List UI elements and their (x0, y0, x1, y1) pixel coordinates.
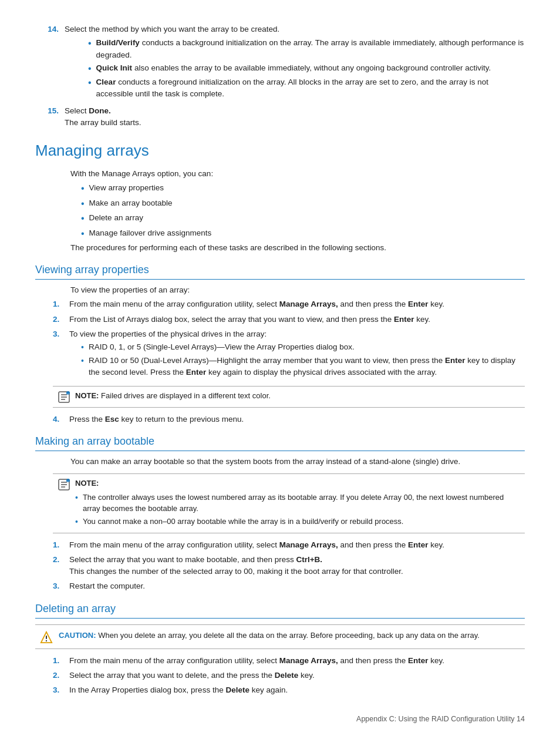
step-15-sub: The array build starts. (65, 118, 141, 127)
caution-text: When you delete an array, you delete all… (96, 631, 480, 640)
bootable-intro: You can make an array bootable so that t… (70, 456, 525, 468)
section-deleting: Deleting an array CAUTION: When you dele… (35, 601, 525, 697)
bootable-note: i NOTE: The controller always uses the l… (53, 473, 525, 533)
bootable-step-2: Select the array that you want to make b… (53, 554, 525, 578)
bootable-steps: From the main menu of the array configur… (53, 539, 525, 593)
bootable-step-3: Restart the computer. (53, 580, 525, 592)
viewing-step4-list: Press the Esc key to return to the previ… (53, 414, 525, 425)
bullet-build-verify-text: conducts a background initialization on … (96, 38, 524, 59)
bootable-note-bullet-1: The controller always uses the lowest nu… (75, 492, 520, 515)
managing-bullets: View array properties Make an array boot… (81, 182, 525, 240)
managing-intro: With the Manage Arrays option, you can: (70, 168, 525, 180)
step-14-text: Select the method by which you want the … (65, 25, 279, 33)
term-quick-init: Quick Init (96, 63, 133, 72)
managing-procedures: The procedures for performing each of th… (70, 242, 525, 254)
bullet-build-verify: Build/Verify conducts a background initi… (88, 37, 525, 61)
viewing-steps: From the main menu of the array configur… (53, 298, 525, 379)
footer: Appendix C: Using the RAID Configuration… (35, 714, 525, 725)
section-bootable: Making an array bootable You can make an… (35, 434, 525, 593)
bullet-quick-init-text: also enables the array to be available i… (132, 63, 491, 72)
step-14: Select the method by which you want the … (35, 23, 525, 102)
bootable-step-2-sub: This changes the number of the selected … (69, 567, 403, 576)
viewing-step-2: From the List of Arrays dialog box, sele… (53, 314, 525, 325)
bootable-note-bullets: The controller always uses the lowest nu… (75, 492, 520, 528)
note-text: Failed drives are displayed in a differe… (101, 391, 271, 400)
bootable-title: Making an array bootable (35, 434, 525, 451)
term-done: Done. (89, 106, 111, 115)
managing-bullet-2: Make an array bootable (81, 197, 525, 210)
note-icon: i (58, 391, 70, 404)
viewing-sub-bullet-2: RAID 10 or 50 (Dual-Level Arrays)—Highli… (81, 355, 525, 379)
caution-icon (40, 631, 53, 644)
managing-bullet-1: View array properties (81, 182, 525, 195)
term-clear: Clear (96, 78, 116, 86)
bootable-note-icon: i (58, 478, 70, 491)
deleting-step-3: In the Array Properties dialog box, pres… (53, 684, 525, 696)
section-managing: Managing arrays With the Manage Arrays o… (35, 139, 525, 254)
bootable-note-bullet-2: You cannot make a non–00 array bootable … (75, 516, 520, 528)
managing-title: Managing arrays (35, 139, 525, 162)
viewing-sub-bullets: RAID 0, 1, or 5 (Single-Level Arrays)—Vi… (81, 341, 525, 379)
viewing-title: Viewing array properties (35, 262, 525, 280)
bullet-clear-text: conducts a foreground initialization on … (96, 78, 488, 98)
section-viewing: Viewing array properties To view the pro… (35, 262, 525, 425)
deleting-step-1: From the main menu of the array configur… (53, 655, 525, 667)
viewing-step-3: To view the properties of the physical d… (53, 328, 525, 380)
step-15-text: Select Done. (65, 106, 111, 115)
deleting-step-2: Select the array that you want to delete… (53, 670, 525, 681)
bootable-note-label: NOTE: (75, 479, 99, 488)
viewing-step-1: From the main menu of the array configur… (53, 298, 525, 310)
bullet-quick-init: Quick Init also enables the array to be … (88, 62, 525, 75)
viewing-intro: To view the properties of an array: (70, 284, 525, 296)
managing-bullet-3: Delete an array (81, 212, 525, 225)
footer-text: Appendix C: Using the RAID Configuration… (356, 715, 525, 723)
bullet-clear: Clear conducts a foreground initializati… (88, 76, 525, 100)
term-build-verify: Build/Verify (96, 38, 140, 47)
deleting-caution: CAUTION: When you delete an array, you d… (35, 624, 525, 649)
caution-label: CAUTION: (59, 631, 96, 640)
step-15: Select Done. The array build starts. (35, 105, 525, 129)
top-steps: Select the method by which you want the … (35, 23, 525, 129)
step-14-bullets: Build/Verify conducts a background initi… (88, 37, 525, 100)
deleting-title: Deleting an array (35, 601, 525, 619)
bootable-step-1: From the main menu of the array configur… (53, 539, 525, 551)
viewing-note: i NOTE: Failed drives are displayed in a… (53, 386, 525, 408)
managing-bullet-4: Manage failover drive assignments (81, 227, 525, 240)
note-label: NOTE: (75, 391, 99, 400)
deleting-steps: From the main menu of the array configur… (53, 655, 525, 697)
svg-point-14 (46, 640, 47, 641)
viewing-sub-bullet-1: RAID 0, 1, or 5 (Single-Level Arrays)—Vi… (81, 341, 525, 354)
viewing-step-4: Press the Esc key to return to the previ… (53, 414, 525, 425)
